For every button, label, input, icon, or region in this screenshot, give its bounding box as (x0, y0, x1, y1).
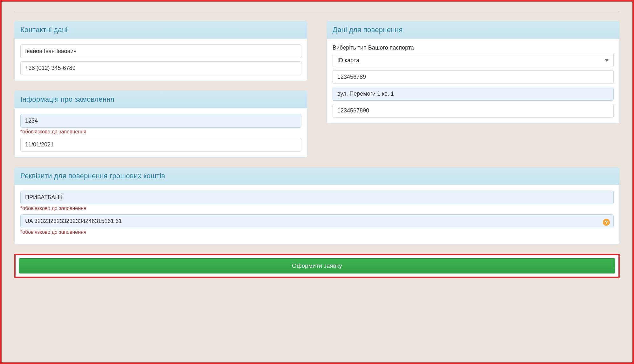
order-number-input[interactable] (20, 114, 301, 128)
passport-number-input[interactable] (333, 70, 614, 84)
return-data-title: Дані для повернення (327, 21, 619, 39)
address-input[interactable] (333, 87, 614, 101)
bank-details-card: Реквізити для повернення грошових коштів… (14, 167, 620, 244)
return-data-card: Дані для повернення Виберіть тип Вашого … (327, 21, 620, 124)
page-frame: Контактні дані Інформація про замовлення… (0, 0, 634, 364)
phone-input[interactable] (20, 61, 301, 75)
help-icon[interactable]: ? (603, 219, 610, 226)
inn-input[interactable] (333, 104, 614, 118)
submit-button[interactable]: Оформити заявку (19, 258, 615, 273)
order-info-title: Інформація про замовлення (15, 91, 307, 108)
contact-card-title: Контактні дані (15, 21, 307, 39)
passport-type-select[interactable]: ID карта (333, 54, 614, 67)
order-date-input[interactable] (20, 138, 301, 152)
name-input[interactable] (20, 44, 301, 58)
passport-type-label: Виберіть тип Вашого паспорта (333, 44, 614, 51)
submit-frame: Оформити заявку (14, 254, 620, 278)
order-info-card: Інформація про замовлення *обов'язково д… (14, 91, 307, 158)
order-required-hint: *обов'язково до заповнення (20, 129, 301, 135)
top-divider (14, 11, 620, 11)
bank-required-hint-1: *обов'язково до заповнення (20, 206, 614, 211)
iban-input[interactable] (20, 214, 614, 228)
bank-name-input[interactable] (20, 191, 614, 204)
bank-details-title: Реквізити для повернення грошових коштів (15, 167, 619, 185)
contact-card: Контактні дані (14, 21, 307, 81)
